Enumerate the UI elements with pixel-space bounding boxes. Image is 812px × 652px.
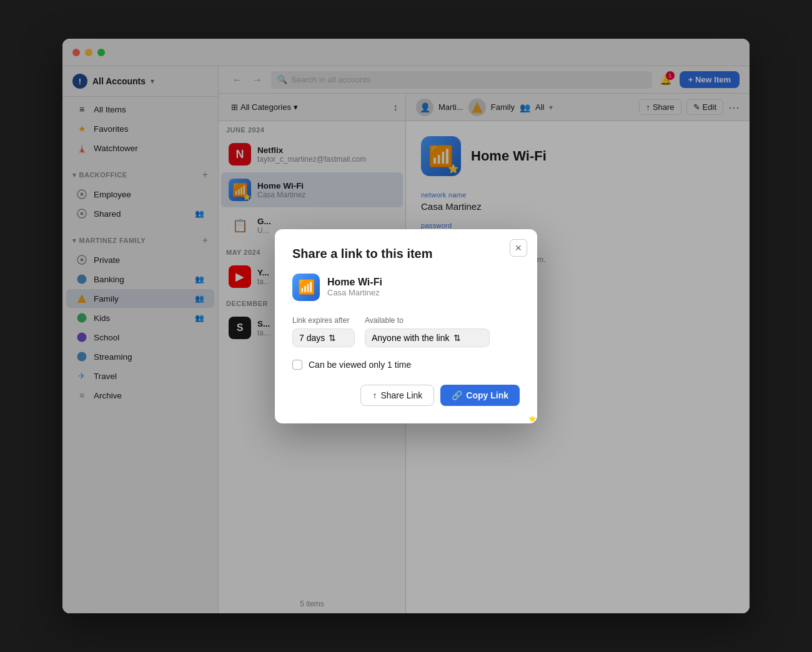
modal-title: Share a link to this item — [292, 247, 520, 261]
modal-fields: Link expires after 7 days ⇅ Available to… — [292, 316, 520, 347]
link-icon: 🔗 — [452, 390, 462, 400]
modal-item-name: Home Wi-Fi — [327, 277, 382, 288]
one-time-checkbox[interactable] — [292, 360, 302, 370]
share-modal: Share a link to this item ✕ 📶 ⭐ Home Wi-… — [275, 229, 537, 423]
share-link-button[interactable]: ↑ Share Link — [360, 385, 434, 406]
chevron-updown-icon: ⇅ — [329, 333, 336, 343]
one-time-label: Can be viewed only 1 time — [309, 360, 411, 370]
modal-item-sub: Casa Martinez — [327, 288, 382, 297]
modal-item-row: 📶 ⭐ Home Wi-Fi Casa Martinez — [292, 274, 520, 301]
expires-field: Link expires after 7 days ⇅ — [292, 316, 355, 347]
modal-close-button[interactable]: ✕ — [510, 239, 527, 257]
app-window: ! All Accounts ▾ ≡ All Items ★ Favorites… — [62, 39, 750, 613]
copy-link-button[interactable]: 🔗 Copy Link — [440, 385, 520, 406]
available-field: Available to Anyone with the link ⇅ — [365, 316, 490, 347]
expires-select[interactable]: 7 days ⇅ — [292, 328, 355, 347]
available-select[interactable]: Anyone with the link ⇅ — [365, 328, 490, 347]
one-time-row: Can be viewed only 1 time — [292, 360, 520, 370]
modal-overlay: Share a link to this item ✕ 📶 ⭐ Home Wi-… — [62, 39, 750, 613]
modal-actions: ↑ Share Link 🔗 Copy Link — [292, 385, 520, 406]
expires-label: Link expires after — [292, 316, 355, 325]
share-link-icon: ↑ — [372, 390, 377, 400]
modal-item-info: Home Wi-Fi Casa Martinez — [327, 277, 382, 297]
modal-item-icon: 📶 ⭐ — [292, 274, 320, 301]
chevron-updown-icon: ⇅ — [453, 333, 461, 343]
available-label: Available to — [365, 316, 490, 325]
